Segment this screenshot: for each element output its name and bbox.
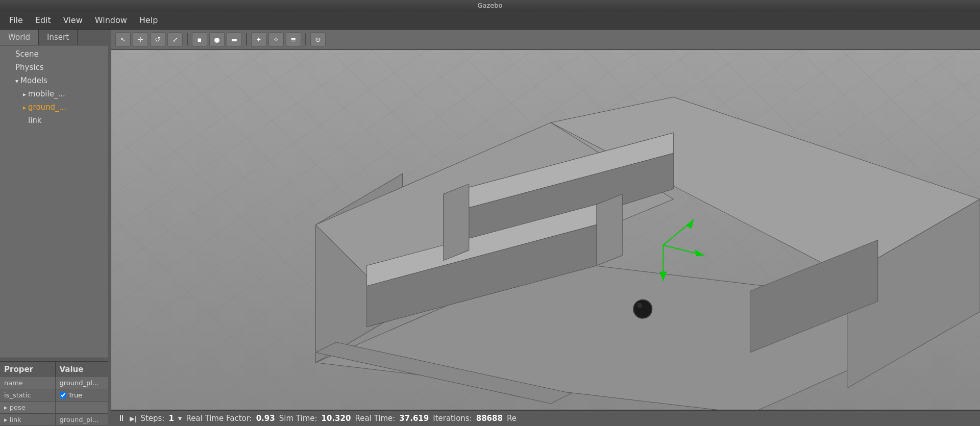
- scene-3d: [111, 50, 980, 410]
- menu-view[interactable]: View: [58, 13, 88, 27]
- tree-area: Scene Physics ▾Models ▸mobile_... ▸groun…: [0, 45, 111, 358]
- step-icon: ▶|: [130, 415, 136, 422]
- tree-item-label: link: [28, 116, 42, 125]
- viewport-area: ↖ ✛ ↺ ⤢ ▪ ● ▬ ✦ ✧ ≡ ⊙: [111, 30, 980, 426]
- prop-name-value[interactable]: ground_pl...: [56, 377, 111, 389]
- is-static-text: True: [68, 391, 83, 399]
- steps-dropdown-icon[interactable]: ▾: [178, 414, 182, 423]
- is-static-checkbox[interactable]: [60, 392, 66, 398]
- tree-item-label: Physics: [15, 63, 43, 72]
- simtime-value: 10.320: [322, 414, 351, 423]
- tree-item-physics[interactable]: Physics: [0, 61, 111, 74]
- main-area: World Insert Scene Physics ▾Models ▸mobi…: [0, 30, 980, 426]
- panel-divider[interactable]: ⋮: [0, 358, 111, 362]
- realtime-value: 37.619: [399, 414, 429, 423]
- title-bar: Gazebo: [0, 0, 980, 11]
- tree-item-label: ground_...: [28, 103, 66, 112]
- value-col-header: Value: [56, 362, 111, 377]
- dirlight-tool-button[interactable]: ≡: [286, 32, 301, 46]
- prop-isstatic-value[interactable]: True: [56, 389, 111, 401]
- properties-area: Proper Value name ground_pl... is_static…: [0, 362, 111, 426]
- pause-icon: ⏸: [117, 414, 126, 423]
- prop-link-value: ground_pl...: [56, 414, 111, 425]
- menu-file[interactable]: File: [4, 13, 28, 27]
- select-tool-button[interactable]: ↖: [115, 32, 131, 46]
- property-row-name: name ground_pl...: [0, 377, 111, 389]
- prop-isstatic-label: is_static: [0, 389, 56, 401]
- property-row-pose[interactable]: ▸ pose: [0, 402, 111, 414]
- app-title: Gazebo: [477, 2, 502, 9]
- toolbar: ↖ ✛ ↺ ⤢ ▪ ● ▬ ✦ ✧ ≡ ⊙: [111, 30, 980, 50]
- tree-item-scene[interactable]: Scene: [0, 47, 111, 61]
- toolbar-separator-1: [187, 33, 188, 45]
- status-bar: ⏸ ▶| Steps: 1 ▾ Real Time Factor: 0.93 S…: [111, 410, 980, 426]
- steps-label: Steps:: [140, 414, 164, 423]
- toolbar-separator-2: [246, 33, 247, 45]
- iterations-label: Iterations:: [433, 414, 472, 423]
- rtf-label: Real Time Factor:: [186, 414, 252, 423]
- property-row-isstatic: is_static True: [0, 389, 111, 402]
- tree-item-mobile[interactable]: ▸mobile_...: [0, 87, 111, 101]
- tree-item-link[interactable]: link: [0, 114, 111, 127]
- svg-point-22: [637, 303, 642, 308]
- svg-point-21: [633, 300, 652, 318]
- tab-insert[interactable]: Insert: [39, 30, 78, 45]
- properties-header: Proper Value: [0, 362, 111, 377]
- property-row-link[interactable]: ▸ link ground_pl...: [0, 414, 111, 426]
- expand-arrow-icon: ▸: [23, 91, 26, 98]
- tree-item-label: Models: [20, 76, 47, 85]
- box-tool-button[interactable]: ▪: [192, 32, 207, 46]
- iterations-value: 88688: [476, 414, 503, 423]
- left-panel: World Insert Scene Physics ▾Models ▸mobi…: [0, 30, 111, 426]
- menu-help[interactable]: Help: [134, 13, 163, 27]
- expand-arrow-icon: ▾: [15, 78, 18, 85]
- move-tool-button[interactable]: ✛: [133, 32, 148, 46]
- prop-link-label: ▸ link: [0, 414, 56, 425]
- cylinder-tool-button[interactable]: ▬: [227, 32, 242, 46]
- prop-pose-value: [56, 402, 111, 413]
- realtime-label: Real Time:: [355, 414, 395, 423]
- pause-button[interactable]: ⏸: [117, 414, 126, 422]
- svg-marker-11: [444, 184, 469, 260]
- rtf-value: 0.93: [256, 414, 275, 423]
- menu-bar: File Edit View Window Help: [0, 11, 980, 30]
- re-label: Re: [507, 414, 517, 423]
- menu-edit[interactable]: Edit: [30, 13, 56, 27]
- menu-window[interactable]: Window: [90, 13, 132, 27]
- rotate-tool-button[interactable]: ↺: [150, 32, 165, 46]
- expand-arrow-icon: ▸: [23, 104, 26, 111]
- prop-name-label: name: [0, 377, 56, 389]
- toolbar-separator-3: [305, 33, 306, 45]
- steps-value: 1: [168, 414, 174, 423]
- tree-item-models[interactable]: ▾Models: [0, 74, 111, 87]
- prop-pose-label: ▸ pose: [0, 402, 56, 413]
- pointlight-tool-button[interactable]: ✧: [268, 32, 284, 46]
- tree-item-ground[interactable]: ▸ground_...: [0, 101, 111, 114]
- screenshot-tool-button[interactable]: ⊙: [310, 32, 326, 46]
- sphere-tool-button[interactable]: ●: [209, 32, 225, 46]
- property-col-header: Proper: [0, 362, 56, 377]
- simtime-label: Sim Time:: [279, 414, 317, 423]
- scale-tool-button[interactable]: ⤢: [167, 32, 183, 46]
- sunlight-tool-button[interactable]: ✦: [251, 32, 266, 46]
- vertical-resize-handle[interactable]: [108, 30, 111, 426]
- tree-item-label: mobile_...: [28, 89, 65, 98]
- viewport-canvas[interactable]: [111, 50, 980, 410]
- tab-world[interactable]: World: [0, 30, 39, 45]
- tab-bar: World Insert: [0, 30, 111, 45]
- tree-item-label: Scene: [15, 49, 39, 59]
- svg-marker-12: [597, 194, 622, 265]
- step-button[interactable]: ▶|: [130, 415, 136, 422]
